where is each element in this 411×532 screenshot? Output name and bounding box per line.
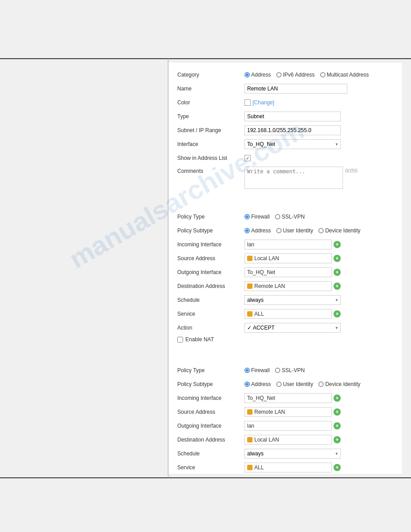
- p2-destination-address-text: Local LAN: [254, 437, 279, 443]
- p2-outgoing-interface-value: lan +: [244, 421, 393, 431]
- category-multicast-option[interactable]: Multicast Address: [320, 72, 369, 78]
- p1-schedule-label: Schedule: [177, 297, 244, 303]
- p1-destination-address-input[interactable]: Remote LAN: [244, 281, 332, 291]
- p1-destination-address-value: Remote LAN +: [244, 281, 393, 291]
- category-multicast-radio[interactable]: [320, 72, 325, 77]
- color-value: [Change]: [244, 99, 393, 106]
- p1-device-identity-option[interactable]: Device Identity: [318, 227, 360, 234]
- subnet-input[interactable]: [244, 125, 341, 135]
- p2-destination-address-add[interactable]: +: [334, 436, 341, 443]
- p1-schedule-select[interactable]: always: [244, 295, 341, 305]
- p1-source-address-add[interactable]: +: [334, 255, 341, 262]
- p2-sslvpn-option[interactable]: SSL-VPN: [275, 367, 304, 373]
- p1-firewall-option[interactable]: Firewall: [244, 214, 270, 220]
- category-row: Category Address IPv6 Address: [177, 69, 393, 80]
- p2-destination-address-input[interactable]: Local LAN: [244, 435, 332, 445]
- category-address-radio[interactable]: [244, 72, 250, 77]
- type-select[interactable]: Subnet: [244, 112, 341, 121]
- p2-source-address-add[interactable]: +: [334, 408, 341, 416]
- p1-incoming-interface-add[interactable]: +: [334, 241, 341, 248]
- p2-outgoing-interface-add[interactable]: +: [334, 422, 341, 429]
- p2-address-radio[interactable]: [244, 382, 250, 387]
- category-ipv6-radio[interactable]: [276, 72, 282, 77]
- p2-service-label: Service: [177, 464, 244, 471]
- p1-action-select[interactable]: ✓ ACCEPT: [244, 323, 341, 333]
- p1-outgoing-interface-value: To_HQ_Net +: [244, 267, 393, 277]
- category-ipv6-option[interactable]: IPv6 Address: [276, 72, 315, 78]
- p2-sslvpn-label: SSL-VPN: [282, 367, 304, 373]
- category-label: Category: [177, 72, 244, 78]
- category-address-label: Address: [251, 72, 271, 78]
- p2-user-identity-radio[interactable]: [276, 382, 282, 387]
- show-address-checkbox[interactable]: ✓: [244, 155, 251, 161]
- p2-user-identity-label: User Identity: [283, 381, 313, 387]
- p2-schedule-select[interactable]: always: [244, 449, 341, 459]
- p2-service-add[interactable]: +: [334, 464, 341, 471]
- p2-source-address-icon: [247, 409, 253, 415]
- p2-service-row: Service ALL +: [177, 462, 393, 473]
- p2-sslvpn-radio[interactable]: [275, 368, 280, 373]
- name-value: [244, 84, 393, 94]
- p2-source-address-input[interactable]: Remote LAN: [244, 407, 332, 417]
- p2-incoming-interface-field: To_HQ_Net +: [244, 393, 341, 403]
- p2-device-identity-option[interactable]: Device Identity: [318, 381, 360, 387]
- p1-source-address-value: Local LAN +: [244, 253, 393, 263]
- p1-service-add[interactable]: +: [334, 310, 341, 317]
- p1-user-identity-radio[interactable]: [276, 228, 282, 233]
- p2-incoming-interface-add[interactable]: +: [334, 395, 341, 402]
- p1-outgoing-interface-add[interactable]: +: [334, 269, 341, 276]
- p1-incoming-interface-field: lan +: [244, 240, 341, 249]
- p2-service-text: ALL: [254, 464, 264, 471]
- p1-source-address-input[interactable]: Local LAN: [244, 253, 332, 263]
- interface-select[interactable]: To_HQ_Net: [244, 139, 341, 149]
- p2-service-value: ALL +: [244, 463, 393, 472]
- p1-incoming-interface-input[interactable]: lan: [244, 240, 332, 249]
- p1-policy-type-radio-group: Firewall SSL-VPN: [244, 214, 305, 220]
- p1-source-address-text: Local LAN: [254, 255, 279, 262]
- p2-outgoing-interface-input[interactable]: lan: [244, 421, 332, 431]
- p1-schedule-value: always: [244, 295, 393, 305]
- p2-device-identity-radio[interactable]: [318, 382, 324, 387]
- p1-sslvpn-radio[interactable]: [275, 214, 280, 219]
- p2-service-input[interactable]: ALL: [244, 463, 332, 472]
- address-form-section: Category Address IPv6 Address: [177, 69, 393, 189]
- p2-firewall-radio[interactable]: [244, 368, 250, 373]
- p1-service-input[interactable]: ALL: [244, 309, 332, 319]
- p2-user-identity-option[interactable]: User Identity: [276, 381, 313, 387]
- comments-textarea[interactable]: [244, 167, 343, 189]
- p1-enable-nat-checkbox[interactable]: [177, 337, 183, 343]
- p1-firewall-radio[interactable]: [244, 214, 250, 219]
- p1-destination-address-text: Remote LAN: [254, 283, 285, 289]
- p1-user-identity-option[interactable]: User Identity: [276, 227, 313, 234]
- p2-policy-subtype-row: Policy Subtype Address User Identity: [177, 379, 393, 390]
- p2-firewall-option[interactable]: Firewall: [244, 367, 270, 373]
- p1-service-row: Service ALL +: [177, 309, 393, 319]
- p1-outgoing-interface-row: Outgoing Interface To_HQ_Net +: [177, 267, 393, 278]
- interface-select-wrapper: To_HQ_Net: [244, 139, 341, 149]
- p2-service-field: ALL +: [244, 463, 341, 472]
- p2-outgoing-interface-field: lan +: [244, 421, 341, 431]
- p2-source-address-row: Source Address Remote LAN +: [177, 407, 393, 417]
- section-gap-1: [177, 198, 393, 211]
- color-change-link[interactable]: [Change]: [253, 99, 274, 106]
- section-gap-2: [177, 352, 393, 365]
- p2-incoming-interface-input[interactable]: To_HQ_Net: [244, 393, 332, 403]
- p1-destination-address-add[interactable]: +: [334, 283, 341, 290]
- p1-address-option[interactable]: Address: [244, 227, 271, 234]
- p1-action-label: Action: [177, 325, 244, 331]
- category-address-option[interactable]: Address: [244, 72, 271, 78]
- p1-incoming-interface-text: lan: [247, 241, 254, 248]
- name-input[interactable]: [244, 84, 347, 94]
- p1-sslvpn-option[interactable]: SSL-VPN: [275, 214, 304, 220]
- p1-address-radio[interactable]: [244, 228, 250, 233]
- p1-policy-type-label: Policy Type: [177, 214, 244, 220]
- p1-incoming-interface-row: Incoming Interface lan +: [177, 239, 393, 250]
- p1-device-identity-radio[interactable]: [318, 228, 324, 233]
- p2-policy-type-radio-group: Firewall SSL-VPN: [244, 367, 305, 373]
- p1-policy-type-value: Firewall SSL-VPN: [244, 214, 393, 220]
- subnet-row: Subnet / IP Range: [177, 125, 393, 136]
- p1-outgoing-interface-input[interactable]: To_HQ_Net: [244, 267, 332, 277]
- p2-address-option[interactable]: Address: [244, 381, 271, 387]
- p2-incoming-interface-text: To_HQ_Net: [247, 395, 275, 401]
- type-select-wrapper: Subnet: [244, 112, 341, 121]
